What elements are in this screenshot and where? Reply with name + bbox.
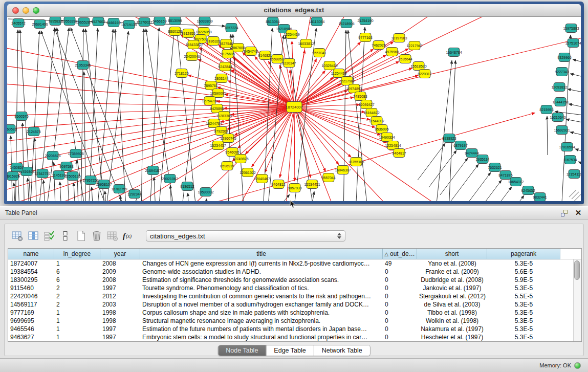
table-scrollbar[interactable]	[573, 259, 581, 341]
graph-node-15975893[interactable]: 15975893	[563, 24, 579, 33]
tab-edge-table[interactable]: Edge Table	[266, 345, 313, 356]
graph-node-8860128[interactable]: 8860128	[168, 27, 182, 36]
table-mode-icon[interactable]	[11, 229, 24, 243]
graph-node-8454743[interactable]: 8454743	[244, 47, 257, 56]
graph-node-12217947[interactable]: 12217947	[406, 41, 422, 50]
graph-node-16543382[interactable]: 16543382	[185, 40, 201, 49]
graph-node-16164672[interactable]: 16164672	[363, 108, 379, 117]
graph-node-12342757[interactable]: 12342757	[34, 169, 50, 178]
graph-node-12061022[interactable]: 12061022	[239, 168, 255, 177]
show-columns-icon[interactable]	[27, 229, 40, 243]
graph-node-10654112[interactable]: 10654112	[508, 178, 524, 186]
graph-node-10590091[interactable]: 10590091	[210, 89, 226, 98]
graph-node-21053346[interactable]: 21053346	[75, 61, 91, 70]
graph-node-1450857[interactable]: 1450857	[10, 163, 24, 172]
graph-node-8215953[interactable]: 8215953	[539, 105, 553, 114]
table-row[interactable]: 969969511998Structural magnetic resonanc…	[8, 317, 581, 325]
network-graph-canvas[interactable]: 2405572206914067895833105532871065528715…	[7, 17, 581, 201]
column-header-name[interactable]: name	[8, 249, 54, 259]
graph-node-8938923[interactable]: 8938923	[442, 134, 456, 143]
graph-node-19218906[interactable]: 19218906	[338, 19, 354, 28]
graph-node-9329966[interactable]: 9329966	[557, 53, 571, 62]
graph-node-8813054[interactable]: 8813054	[266, 17, 279, 26]
graph-node-3915925[interactable]: 3915925	[7, 172, 20, 181]
graph-node-1145193[interactable]: 1145193	[52, 171, 66, 180]
graph-node-9500575[interactable]: 9500575	[14, 112, 28, 121]
graph-node-15276027[interactable]: 15276027	[136, 18, 152, 27]
graph-node-9245652[interactable]: 9245652	[521, 186, 535, 195]
function-builder-icon[interactable]: f (x)	[122, 229, 135, 243]
graph-node-2803144[interactable]: 2803144	[214, 74, 228, 83]
graph-node-18755105[interactable]: 18755105	[348, 158, 364, 166]
graph-node-16046307[interactable]: 16046307	[335, 166, 351, 174]
graph-node-1292344[interactable]: 1292344	[127, 190, 141, 199]
graph-node-18113054[interactable]: 18113054	[309, 17, 325, 26]
graph-node-10719135[interactable]: 10719135	[121, 20, 137, 29]
delete-table-icon[interactable]	[106, 229, 119, 243]
delete-column-icon[interactable]	[90, 229, 103, 243]
graph-node-12505135[interactable]: 12505135	[64, 172, 80, 181]
graph-node-9464812[interactable]: 9464812	[271, 180, 285, 189]
graph-node-1167534[interactable]: 1167534	[563, 156, 577, 164]
close-panel-icon[interactable]: ✕	[574, 208, 583, 217]
graph-node-9175685[interactable]: 9175685	[221, 50, 234, 58]
graph-node-22420046[interactable]: 22420046	[184, 52, 200, 61]
window-titlebar[interactable]: citations_edges.txt	[7, 4, 581, 17]
graph-node-12254814[interactable]: 12254814	[385, 141, 401, 150]
graph-node-10325419[interactable]: 10325419	[321, 61, 337, 70]
graph-node-12154119[interactable]: 12154119	[567, 170, 581, 179]
graph-node-20691406[interactable]: 20691406	[32, 20, 48, 29]
graph-node-10197983[interactable]: 10197983	[391, 34, 407, 42]
graph-node-10749875[interactable]: 10749875	[232, 155, 248, 163]
graph-node-6879197[interactable]: 6879197	[453, 141, 467, 150]
graph-node-9186512[interactable]: 9186512	[180, 182, 194, 191]
graph-node-8220347[interactable]: 8220347	[282, 59, 296, 68]
tab-node-table[interactable]: Node Table	[218, 345, 266, 356]
table-row[interactable]: 1872400712008Changes of HCN gene express…	[8, 259, 581, 268]
graph-node-12444158[interactable]: 12444158	[552, 98, 568, 106]
graph-node-15534451[interactable]: 15534451	[304, 180, 320, 189]
graph-node-9464817[interactable]: 9464817	[392, 149, 406, 158]
canvas-resize-grip[interactable]	[569, 190, 581, 201]
graph-node-6466169[interactable]: 6466169	[153, 17, 166, 26]
graph-node-16648784[interactable]: 16648784	[446, 48, 462, 57]
graph-node-20021067[interactable]: 20021067	[162, 174, 178, 183]
tab-network-table[interactable]: Network Table	[314, 345, 370, 356]
graph-node-17359928[interactable]: 17359928	[68, 149, 83, 158]
graph-node-9474444[interactable]: 9474444	[465, 149, 478, 158]
graph-node-2718120[interactable]: 2718120	[175, 69, 188, 78]
graph-node-1527602[interactable]: 1527602	[91, 17, 105, 26]
column-header-short[interactable]: short	[417, 249, 487, 259]
graph-node-7895761[interactable]: 7895761	[204, 81, 217, 90]
graph-node-9557041[interactable]: 9557041	[312, 49, 326, 57]
graph-node-2060583[interactable]: 2060583	[7, 125, 17, 134]
graph-node-9242844[interactable]: 9242844	[218, 62, 232, 71]
graph-node-9097588[interactable]: 9097588	[59, 162, 73, 171]
graph-node-9536095[interactable]: 9536095	[375, 125, 388, 134]
graph-node-10490334[interactable]: 10490334	[379, 133, 395, 142]
graph-node-15518520[interactable]: 15518520	[410, 62, 426, 71]
scrollbar-thumb[interactable]	[574, 260, 580, 280]
column-header-title[interactable]: title	[140, 249, 383, 259]
graph-node-16244784[interactable]: 16244784	[206, 119, 222, 128]
graph-node-16046427[interactable]: 16046427	[358, 100, 374, 109]
graph-node-10553287[interactable]: 10553287	[61, 17, 77, 26]
graph-node-15692931[interactable]: 15692931	[554, 126, 570, 135]
graph-node-11254419[interactable]: 11254419	[331, 69, 347, 78]
table-row[interactable]: 1830029562008Estimation of significance …	[8, 276, 581, 284]
graph-node-10590092[interactable]: 10590092	[198, 188, 213, 196]
graph-node-9227343[interactable]: 9227343	[555, 68, 569, 76]
row-height-icon[interactable]	[58, 229, 72, 243]
graph-node-9557044[interactable]: 9557044	[321, 173, 335, 182]
graph-node-16033812[interactable]: 16033812	[298, 39, 314, 48]
graph-node-10974893[interactable]: 10974893	[346, 84, 362, 93]
table-row[interactable]: 1456911722003Disruption of a novel membe…	[8, 300, 581, 309]
graph-node-15751074[interactable]: 15751074	[565, 39, 581, 48]
graph-node-9857939[interactable]: 9857939	[288, 184, 301, 192]
graph-node-16958107[interactable]: 16958107	[96, 180, 112, 189]
graph-node-7632621[interactable]: 7632621	[488, 163, 502, 172]
graph-node-2935114[interactable]: 2935114	[476, 155, 490, 164]
graph-node-7895833[interactable]: 7895833	[48, 17, 62, 26]
graph-node-7485083[interactable]: 7485083	[353, 92, 367, 101]
graph-node-8596919[interactable]: 8596919	[220, 162, 234, 170]
